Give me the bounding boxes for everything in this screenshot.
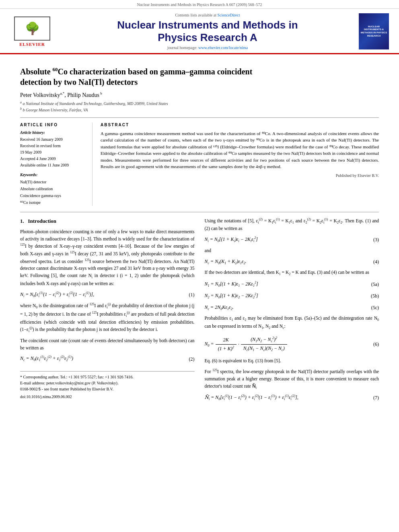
eq1-expr: Ni = N0[εi(1)(1 − εi(2)) + εi(2)(1 − εi(… [20, 291, 183, 299]
journal-homepage: journal homepage: www.elsevier.com/locat… [56, 45, 359, 50]
right-p1: Using the notations of [5], εi(2) = K1εi… [205, 217, 379, 232]
right-p4: Eq. (6) is equivalent to Eq. (13) from [… [205, 357, 379, 365]
equation-3: Ni = N0[(1 + Ki)εi − 2Kiεi2] (3) [205, 236, 379, 244]
body-left-col: 1. Introduction Photon–photon coincidenc… [20, 217, 195, 405]
abstract-section: ABSTRACT A gamma–gamma coincidence measu… [101, 123, 379, 206]
keywords-label: Keywords: [20, 173, 86, 177]
kw1: NaI(Tl) detector [20, 179, 86, 185]
eq3-expr: Ni = N0[(1 + Ki)εi − 2Kiεi2] [205, 236, 367, 244]
eq4-num: (4) [367, 258, 379, 266]
eq7-num: (7) [367, 394, 379, 402]
journal-title: Nuclear Instruments and Methods in Physi… [56, 19, 359, 44]
top-bar: Nuclear Instruments and Methods in Physi… [0, 0, 399, 9]
equation-7: N̄i = N0[εi(1)(1 − εi(2)) + εi(2)(1 − εi… [205, 394, 379, 402]
abstract-heading: ABSTRACT [101, 123, 379, 127]
eq7-expr: N̄i = N0[εi(1)(1 − εi(2)) + εi(2)(1 − εi… [205, 394, 367, 402]
tree-icon: 🌳 [25, 23, 40, 35]
right-p5: For 125I spectra, the low-energy photope… [205, 368, 379, 390]
info-abstract-section: ARTICLE INFO Article history: Received 1… [20, 123, 379, 206]
article-dates: Received 16 January 2009 Received in rev… [20, 136, 86, 168]
eq5b-expr: N2 = N0[(1 + K)ε2 − 2Kε22] [205, 292, 367, 300]
elsevier-logo-box: 🌳 [14, 16, 50, 41]
elsevier-logo-area: 🌳 ELSEVIER [8, 16, 56, 47]
right-p2: If the two detectors are identical, then… [205, 269, 379, 277]
eq5b-num: (5b) [367, 292, 379, 300]
affiliation2: b b George Mason University, Fairfax, VA [20, 107, 379, 112]
keywords: NaI(Tl) detector Absolute calibration Co… [20, 179, 86, 206]
eq5a-num: (5a) [367, 281, 379, 288]
article-history-label: Article history: [20, 130, 86, 135]
elsevier-label: ELSEVIER [19, 42, 45, 47]
main-content: Absolute 60Co characterization based on … [0, 54, 399, 413]
doi-line: doi:10.1016/j.nima.2009.06.002 [20, 394, 195, 400]
footnote-email: E-mail address: peter.volkovitsky@nist.g… [20, 380, 195, 386]
cover-text: NUCLEAR INSTRUMENTS & METHODS IN PHYSICS… [360, 25, 387, 38]
sciencedirect-link[interactable]: ScienceDirect [217, 13, 240, 17]
kw3: Coincidence gamma-rays [20, 192, 86, 199]
paper-title: Absolute 60Co characterization based on … [20, 66, 379, 87]
journal-title-area: Contents lists available at ScienceDirec… [56, 13, 359, 50]
intro-heading: 1. Introduction [20, 217, 195, 225]
equation-6: N0 = 2K · (N1N2 − Nc2)2 (1 + K)2 Nc(N1 −… [205, 336, 379, 353]
journal-header: 🌳 ELSEVIER Contents lists available at S… [0, 9, 399, 54]
homepage-url[interactable]: www.elsevier.com/locate/nima [198, 45, 248, 50]
right-p3: Probabilities ε1 and ε2 may be eliminate… [205, 315, 379, 331]
kw2: Absolute calibration [20, 185, 86, 192]
affiliation1: a a National Institute of Standards and … [20, 101, 379, 106]
abstract-text: A gamma–gamma coincidence measurement me… [101, 130, 379, 170]
eq3-num: (3) [367, 236, 379, 244]
authors: Peter Volkovitskya,*, Philip Naudus b [20, 91, 379, 99]
intro-p1: Photon–photon coincidence counting is on… [20, 228, 195, 288]
equation-5b: N2 = N0[(1 + K)ε2 − 2Kε22] (5b) [205, 292, 379, 300]
eq2-expr: Nc = N0(ε1(1)ε2(2) + ε1(2)ε2(1)) [20, 355, 183, 363]
footnote-issn: 0168-9002/$ - see front matter Published… [20, 386, 195, 392]
equation-5c: Nc = 2N0Kε1ε2. (5c) [205, 304, 379, 312]
right-and: and [205, 247, 379, 255]
eq1-num: (1) [183, 291, 195, 299]
sciencedirect-label: Contents lists available at ScienceDirec… [56, 13, 359, 17]
separator2 [20, 212, 379, 212]
journal-cover-box: NUCLEAR INSTRUMENTS & METHODS IN PHYSICS… [359, 13, 389, 49]
kw4: ⁶⁰Co isotope [20, 199, 86, 206]
journal-cover: NUCLEAR INSTRUMENTS & METHODS IN PHYSICS… [359, 13, 391, 49]
equation-5a: N1 = N0[(1 + K)ε1 − 2Kε12] (5a) [205, 280, 379, 289]
eq6-num: (6) [367, 341, 379, 348]
body-right-col: Using the notations of [5], εi(2) = K1εi… [205, 217, 379, 405]
footnote-area: * Corresponding author. Tel.: +1 301 975… [20, 371, 195, 400]
eq4-expr: Nc = N0(K1 + K2)ε1ε2. [205, 258, 367, 266]
intro-p3: The coincident count rate (count rate of… [20, 337, 195, 352]
article-info: ARTICLE INFO Article history: Received 1… [20, 123, 93, 206]
eq5c-expr: Nc = 2N0Kε1ε2. [205, 304, 367, 312]
equation-1: Ni = N0[εi(1)(1 − εi(2)) + εi(2)(1 − εi(… [20, 291, 195, 299]
article-info-heading: ARTICLE INFO [20, 123, 86, 127]
top-bar-text: Nuclear Instruments and Methods in Physi… [137, 2, 262, 7]
eq2-num: (2) [183, 355, 195, 363]
eq5a-expr: N1 = N0[(1 + K)ε1 − 2Kε12] [205, 280, 367, 289]
elsevier-logo: 🌳 ELSEVIER [8, 16, 56, 47]
eq5c-num: (5c) [367, 304, 379, 312]
intro-p2: where N0 is the disintegration rate of 1… [20, 302, 195, 334]
equation-2: Nc = N0(ε1(1)ε2(2) + ε1(2)ε2(1)) (2) [20, 355, 195, 363]
eq6-expr: N0 = 2K · (N1N2 − Nc2)2 (1 + K)2 Nc(N1 −… [205, 336, 367, 353]
published-by: Published by Elsevier B.V. [101, 173, 379, 178]
equation-4: Nc = N0(K1 + K2)ε1ε2. (4) [205, 258, 379, 266]
body-content: 1. Introduction Photon–photon coincidenc… [20, 217, 379, 405]
footnote-star: * Corresponding author. Tel.: +1 301 975… [20, 374, 195, 380]
separator [20, 117, 379, 118]
